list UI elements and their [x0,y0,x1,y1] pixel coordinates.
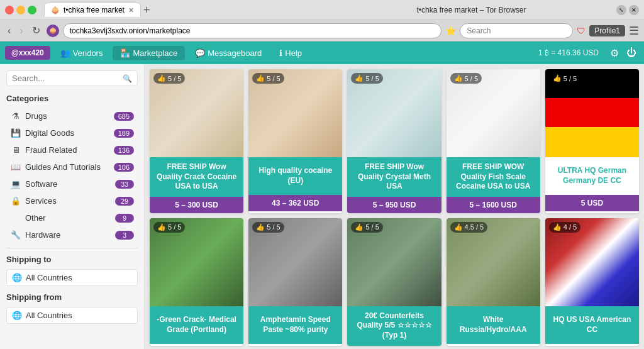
category-item-software[interactable]: 💻 Software 33 [6,176,138,192]
product-card[interactable]: 👍 5 / 5 -Green Crack- Medical Grade (Por… [150,218,243,346]
product-image: 👍 5 / 5 [447,69,540,157]
category-count: 33 [115,180,134,189]
category-item-other[interactable]: Other 9 [6,210,138,226]
shipping-to-title: Shipping to [6,255,138,264]
bookmark-icon[interactable]: ⭐ [445,26,456,36]
rating-badge: 👍 5 / 5 [549,73,580,84]
rating-badge: 👍 4 / 5 [549,222,580,233]
product-card[interactable]: 👍 5 / 5 FREE SHIP Wow Quality Crystal Me… [347,69,441,213]
category-item-services[interactable]: 🔒 Services 29 [6,193,138,209]
marketplace-label: Marketplace [133,48,177,58]
category-item-digital-goods[interactable]: 💾 Digital Goods 189 [6,125,138,141]
product-card[interactable]: 👍 5 / 5 High quality cocaine (EU) 43 – 3… [248,69,342,213]
restore-button[interactable]: ⤡ [616,5,626,15]
rating-badge: 👍 5 / 5 [450,73,482,84]
thumb-icon: 👍 [157,74,166,82]
profile-button[interactable]: Profile1 [589,25,625,36]
category-item-hardware[interactable]: 🔧 Hardware 3 [6,227,138,243]
category-item-guides-and-tutorials[interactable]: 📖 Guides And Tutorials 106 [6,159,138,175]
logout-icon[interactable]: ⏻ [624,45,639,61]
category-icon: 🖥 [10,145,21,155]
shipping-to-select[interactable]: 🌐 All Countries [6,269,138,286]
product-card[interactable]: 👍 5 / 5 Amphetamin Speed Paste ~80% puri… [248,218,342,346]
address-bar: ‹ › ↻ 🧅 ⭐ 🛡 Profile1 ☰ [0,20,644,42]
maximize-button[interactable] [28,6,36,14]
category-count: 136 [114,146,134,155]
product-grid: 👍 5 / 5 FREE SHIP Wow Quality Crack Coca… [145,64,644,349]
rating-badge: 👍 5 / 5 [351,73,382,84]
browser-search-input[interactable] [460,23,573,38]
category-item-fraud-related[interactable]: 🖥 Fraud Related 136 [6,142,138,158]
rating-value: 5 / 5 [267,75,280,82]
product-image: 👍 5 / 5 [150,218,243,306]
rating-badge: 👍 5 / 5 [153,73,185,84]
category-label: Software [25,179,115,189]
categories-list: ⚗ Drugs 685 💾 Digital Goods 189 🖥 Fraud … [6,108,138,243]
forward-button[interactable]: › [17,24,25,38]
product-image: 👍 5 / 5 [347,69,441,157]
close-window-button[interactable]: ✕ [629,5,639,15]
rating-badge: 👍 5 / 5 [252,73,284,84]
back-button[interactable]: ‹ [5,24,13,38]
rating-value: 5 / 5 [267,223,280,231]
rating-value: 5 / 5 [365,75,379,82]
menu-icon[interactable]: ☰ [629,24,639,38]
shipping-from-value: All Countries [26,311,72,320]
globe-icon: 🌐 [12,273,22,282]
window-title: t•chka free market – Tor Browser [330,6,613,14]
product-row-2: 👍 5 / 5 -Green Crack- Medical Grade (Por… [150,218,639,346]
tab-close-icon[interactable]: ✕ [128,6,134,14]
product-image: 👍 4 / 5 [545,218,639,306]
close-button[interactable] [5,6,14,14]
thumb-icon: 👍 [256,223,265,231]
shipping-to-section: Shipping to 🌐 All Countries [6,255,138,286]
browser-title-bar: 🧅 t•chka free market ✕ + t•chka free mar… [0,0,644,20]
product-card[interactable]: 👍 5 / 5 20€ Counterfeits Quality 5/5 ☆☆☆… [347,218,441,346]
category-label: Drugs [25,111,114,121]
category-count: 685 [114,112,134,121]
user-button[interactable]: @xxx420 [5,46,50,60]
sidebar-search-icon: 🔍 [123,74,132,83]
product-card[interactable]: 👍 4.5 / 5 White Russia/Hydro/AAA [447,218,540,346]
thumb-icon: 👍 [553,74,562,82]
shipping-from-select[interactable]: 🌐 All Countries [6,307,138,324]
thumb-icon: 👍 [256,74,265,82]
sidebar-search-container[interactable]: 🔍 [6,70,138,86]
product-title: FREE SHIP WOW Quality Fish Scale Cocaine… [447,157,540,197]
thumb-icon: 👍 [454,74,463,82]
category-item-drugs[interactable]: ⚗ Drugs 685 [6,108,138,124]
help-link[interactable]: ℹ Help [272,46,309,60]
refresh-button[interactable]: ↻ [30,23,43,38]
product-card[interactable]: 👍 4 / 5 HQ US USA American CC [545,218,639,346]
tab-label: t•chka free market [64,6,125,14]
minimize-button[interactable] [16,6,25,14]
marketplace-link[interactable]: 🏪 Marketplace [113,46,185,60]
messageboard-label: Messageboard [208,48,262,58]
product-card[interactable]: 👍 5 / 5 ULTRA HQ German Germany DE CC 5 … [545,69,639,213]
sidebar-search-input[interactable] [12,74,123,83]
product-image: 👍 4.5 / 5 [447,218,540,306]
product-title: FREE SHIP Wow Quality Crystal Meth USA [347,157,441,197]
settings-icon[interactable]: ⚙ [608,45,621,62]
product-price: 5 – 950 USD [347,197,441,213]
product-card[interactable]: 👍 5 / 5 FREE SHIP Wow Quality Crack Coca… [150,69,243,213]
new-tab-button[interactable]: + [143,4,150,16]
product-price: 5 – 300 USD [150,197,243,213]
onion-icon: 🧅 [47,25,59,37]
messageboard-link[interactable]: 💬 Messageboard [187,46,269,60]
vendors-link[interactable]: 👥 Vendors [53,46,111,60]
vendors-icon: 👥 [60,48,70,58]
rating-value: 5 / 5 [168,75,181,82]
url-input[interactable] [63,23,442,38]
product-image: 👍 5 / 5 [248,69,342,157]
product-price: 43 – 362 USD [248,195,342,211]
category-label: Other [25,213,115,223]
category-icon: 💻 [10,179,21,189]
product-card[interactable]: 👍 5 / 5 FREE SHIP WOW Quality Fish Scale… [447,69,540,213]
category-count: 9 [115,214,134,223]
category-label: Hardware [25,230,115,240]
category-label: Guides And Tutorials [25,162,114,172]
product-title: ULTRA HQ German Germany DE CC [545,157,639,195]
active-tab[interactable]: 🧅 t•chka free market ✕ [44,3,141,17]
category-count: 106 [114,163,134,172]
